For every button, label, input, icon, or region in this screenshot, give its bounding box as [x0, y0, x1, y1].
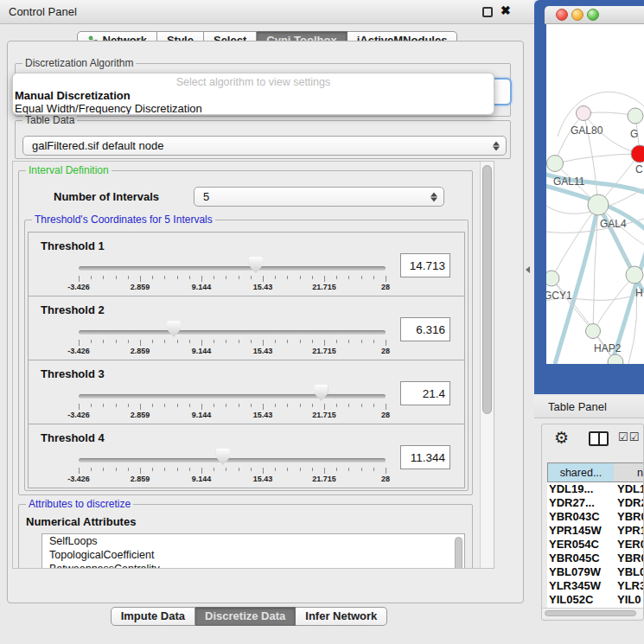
- threshold-4-value-field[interactable]: [400, 445, 450, 469]
- table-row[interactable]: YBL079WYBL0: [547, 565, 644, 579]
- network-node-top-right[interactable]: [628, 108, 643, 124]
- cell-name[interactable]: YBR0: [617, 552, 644, 565]
- split-table-icon[interactable]: [589, 431, 609, 446]
- column-header-shared-name[interactable]: shared...: [547, 462, 615, 482]
- cell-shared-name[interactable]: YBR043C: [549, 510, 615, 524]
- slider-tick: [177, 468, 178, 471]
- tab-infer-network-label: Infer Network: [305, 608, 377, 625]
- close-icon[interactable]: ✖: [501, 3, 511, 17]
- attributes-list-scrollbar[interactable]: [455, 537, 462, 569]
- node-label-clipped-c: C: [635, 163, 643, 175]
- panel-splitter-collapse-icon[interactable]: [526, 266, 530, 273]
- slider-tick: [300, 404, 301, 407]
- cell-shared-name[interactable]: YBL079W: [549, 565, 615, 579]
- numerical-attributes-list[interactable]: SelfLoopsTopologicalCoefficientBetweenne…: [41, 533, 465, 569]
- network-node-gal11[interactable]: [547, 156, 564, 172]
- dropdown-prompt-item[interactable]: Select algorithm to view settings: [13, 75, 494, 89]
- cell-shared-name[interactable]: YDL19...: [549, 482, 615, 496]
- network-node-red-selected[interactable]: [631, 145, 644, 163]
- attribute-list-item[interactable]: BetweennessCentrality: [42, 562, 464, 569]
- tab-impute-data[interactable]: Impute Data: [111, 607, 195, 626]
- column-checkboxes-icon[interactable]: ☑☑: [618, 430, 640, 443]
- minimize-traffic-light-icon[interactable]: [571, 9, 583, 21]
- cell-name[interactable]: YDL1: [617, 482, 644, 496]
- network-node-bottom-partial[interactable]: [608, 354, 623, 364]
- slider-tick-labels: -3.4262.8599.14415.4321.71528: [79, 283, 386, 293]
- slider-tick: [128, 468, 129, 471]
- cell-name[interactable]: YBR0: [617, 510, 644, 524]
- slider-tick-label: 28: [381, 347, 390, 355]
- network-node-gal4[interactable]: [588, 194, 609, 215]
- slider-track[interactable]: [79, 458, 386, 462]
- table-row[interactable]: YBR043CYBR0: [547, 510, 644, 524]
- network-window-titlebar[interactable]: [545, 6, 644, 24]
- slider-tick: [189, 404, 190, 407]
- settings-scroll-area: Interval Definition Number of Intervals …: [12, 161, 494, 569]
- network-node-hap2[interactable]: [586, 324, 601, 339]
- close-traffic-light-icon[interactable]: [556, 9, 568, 21]
- cell-shared-name[interactable]: YDR27...: [549, 496, 615, 510]
- table-row[interactable]: YDR27...YDR2: [547, 496, 644, 510]
- cell-shared-name[interactable]: YPR145W: [549, 524, 615, 538]
- settings-scrollbar-thumb[interactable]: [482, 165, 492, 414]
- slider-track[interactable]: [79, 394, 386, 399]
- table-row[interactable]: YPR145WYPR1: [547, 524, 644, 538]
- thresholds-group-title: Threshold's Coordinates for 5 Intervals: [32, 214, 215, 226]
- table-row[interactable]: YER054CYER0: [547, 538, 644, 552]
- table-row[interactable]: YBR045CYBR0: [547, 552, 644, 565]
- cell-shared-name[interactable]: YER054C: [549, 538, 615, 552]
- column-header-name[interactable]: n: [614, 462, 644, 482]
- float-window-icon[interactable]: [482, 7, 493, 17]
- number-of-intervals-combobox[interactable]: 5: [194, 187, 444, 207]
- slider-tick: [177, 404, 178, 407]
- zoom-traffic-light-icon[interactable]: [587, 9, 599, 21]
- table-row[interactable]: YLR345WYLR3: [547, 579, 644, 593]
- network-view-window[interactable]: GAL80 G C GAL11 GAL4 GCY1 H HAP2: [534, 0, 644, 394]
- tab-discretize-data[interactable]: Discretize Data: [195, 607, 296, 626]
- attribute-list-item[interactable]: TopologicalCoefficient: [42, 548, 464, 562]
- cell-name[interactable]: YPR1: [617, 524, 644, 538]
- cell-shared-name[interactable]: YIL052C: [549, 593, 615, 607]
- slider-tick: [312, 340, 313, 343]
- tab-infer-network[interactable]: Infer Network: [296, 607, 387, 626]
- gear-icon[interactable]: ⚙: [554, 428, 569, 448]
- slider-tick: [300, 340, 301, 343]
- threshold-1-value-field[interactable]: [400, 253, 450, 277]
- slider-track[interactable]: [79, 330, 386, 335]
- slider-tick: [312, 468, 313, 471]
- cell-name[interactable]: YBL0: [617, 565, 644, 579]
- attribute-list-item[interactable]: SelfLoops: [42, 534, 464, 548]
- slider-tick: [164, 340, 165, 343]
- threshold-3-value-field[interactable]: [400, 381, 450, 405]
- slider-thumb[interactable]: [249, 257, 263, 273]
- table-row[interactable]: YIL052CYIL0: [547, 593, 644, 607]
- network-canvas[interactable]: GAL80 G C GAL11 GAL4 GCY1 H HAP2: [546, 24, 644, 364]
- dropdown-option-manual-discretization[interactable]: Manual Discretization: [13, 89, 494, 102]
- slider-tick: [251, 404, 252, 407]
- network-node-gcy1[interactable]: [546, 271, 559, 286]
- network-node-pink[interactable]: [577, 106, 591, 121]
- node-table-body[interactable]: YDL19...YDL1YDR27...YDR2YBR043CYBR0YPR14…: [547, 482, 644, 608]
- slider-track[interactable]: [79, 266, 386, 271]
- slider-thumb[interactable]: [314, 385, 328, 401]
- settings-scrollbar-track[interactable]: [480, 162, 494, 568]
- threshold-4-box: Threshold 4 -3.4262.8599.14415.4321.7152…: [28, 424, 465, 488]
- slider-thumb[interactable]: [167, 321, 181, 337]
- slider-tick: [177, 276, 178, 279]
- cell-name[interactable]: YLR3: [617, 579, 644, 593]
- cell-name[interactable]: YER0: [617, 538, 644, 552]
- dropdown-option-equal-width-frequency[interactable]: Equal Width/Frequency Discretization: [13, 102, 494, 115]
- threshold-2-value-field[interactable]: [400, 317, 450, 341]
- slider-tick-label: 2.859: [131, 475, 150, 483]
- slider-tick: [116, 404, 117, 407]
- table-hscrollbar-thumb[interactable]: [545, 610, 636, 616]
- table-row[interactable]: YDL19...YDL1: [547, 482, 644, 496]
- network-node-right-mid[interactable]: [626, 266, 643, 284]
- cell-name[interactable]: YIL0: [617, 593, 644, 607]
- slider-thumb[interactable]: [216, 449, 230, 465]
- cell-shared-name[interactable]: YBR045C: [549, 552, 615, 565]
- table-hscrollbar-track[interactable]: [542, 608, 644, 618]
- cell-shared-name[interactable]: YLR345W: [549, 579, 615, 593]
- slider-tick: [275, 404, 276, 407]
- cell-name[interactable]: YDR2: [617, 496, 644, 510]
